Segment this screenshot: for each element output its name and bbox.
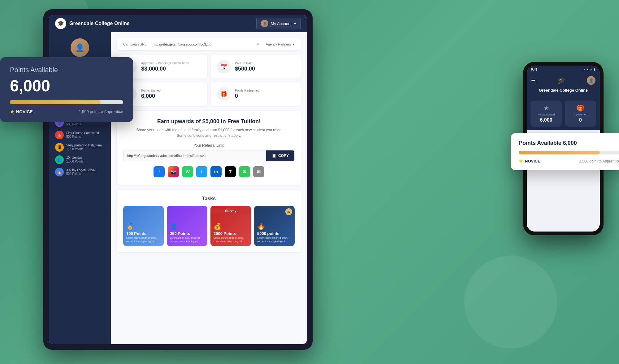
- task-2-points: 2000 Points: [214, 231, 248, 236]
- badge-referrals-points: 1,000 Points: [66, 159, 84, 163]
- task-0-points: 100 Points: [126, 231, 161, 236]
- points-earned-value: 6,000: [141, 93, 161, 99]
- campaign-bar: Campaign URL http://refer.getambassador.…: [117, 38, 301, 50]
- badge-streak-label: 30-Day Log-in Streak: [66, 168, 96, 172]
- phone-status-icons: ▲▲ ≋ ▮: [583, 68, 595, 71]
- task-card-3[interactable]: 30 🔥 5000 points Lorem ipsum dolor sit a…: [254, 206, 295, 246]
- badge-referrals-label: 10 referrals: [66, 156, 84, 159]
- task-1-desc: Lorem ipsum dolor sit amet, consectetur …: [170, 236, 204, 243]
- phone-school-name: Greendale College Online: [527, 88, 600, 97]
- agency-label: Agency Partners: [266, 42, 291, 46]
- popup-to-next: 1,500 point to Apprentice: [579, 159, 619, 163]
- badge-referrals: 👥 10 referrals1,000 Points: [49, 154, 111, 166]
- badge-referrals-icon: 👥: [55, 155, 64, 164]
- referral-input-row: 📋 COPY: [123, 150, 295, 161]
- badge-streak-icon: 🔥: [55, 168, 64, 176]
- agency-chevron-icon: ▾: [293, 42, 295, 46]
- whatsapp-button[interactable]: W: [182, 166, 193, 177]
- linkedin-button[interactable]: in: [210, 166, 222, 177]
- paid-value: $500.00: [235, 66, 255, 72]
- badge-streak-points: 500 Points: [66, 172, 96, 176]
- copy-label: COPY: [278, 154, 289, 158]
- popup-progress-fill: [519, 151, 600, 154]
- tasks-grid: 🏅 100 Points Lorem ipsum dolor sit amet,…: [123, 206, 295, 246]
- task-card-2[interactable]: Survey 💰 2000 Points Lorem ipsum dolor s…: [210, 206, 251, 246]
- signal-icon: ▲▲: [583, 68, 589, 71]
- commissions-label: Approved + Pending Commissions: [141, 62, 189, 65]
- phone-points-icon: ★: [543, 104, 549, 112]
- earn-section: Earn upwards of $5,000 in Free Tuition! …: [117, 111, 301, 185]
- phone-logo-area: 🎓: [557, 76, 565, 84]
- phone-points-label: Points Earned: [537, 113, 555, 116]
- star-icon: ★: [10, 109, 14, 115]
- stat-points-redeemed: 🎁 Points Redeemed 0: [211, 82, 301, 106]
- popup-novice-badge: ★ NOVICE: [519, 158, 540, 164]
- account-label: My Account: [271, 21, 292, 26]
- copy-icon: 📋: [272, 154, 276, 158]
- referral-url-input[interactable]: [123, 150, 266, 161]
- paid-label: Paid To Date: [235, 62, 255, 65]
- task-3-icon: 🔥: [257, 223, 292, 230]
- hamburger-icon[interactable]: ☰: [531, 78, 535, 84]
- app-name: Greendale College Online: [69, 21, 130, 26]
- points-redeemed-label: Points Redeemed: [235, 89, 260, 92]
- main-content: Campaign URL http://refer.getambassador.…: [111, 32, 307, 344]
- popup-progress-bar: [519, 151, 619, 154]
- badge-instagram-label: Story posted to Instagram: [66, 144, 102, 147]
- phone-time: 9:41: [531, 68, 537, 71]
- stat-paid: 📅 Paid To Date $500.00: [211, 55, 301, 79]
- points-to-next: 1,500 point to Apprentice: [79, 109, 123, 114]
- phone-stats-row: ★ Points Earned 6,000 🎁 Redeemed 0: [527, 97, 600, 130]
- task-2-desc: Lorem ipsum dolor sit amet, consectetur …: [214, 236, 248, 243]
- instagram-button[interactable]: 📷: [168, 166, 179, 177]
- campaign-url-label: Campaign URL: [123, 42, 146, 46]
- badge-instagram: 📱 Story posted to Instagram1,000 Points: [49, 141, 111, 154]
- tasks-section: Tasks 🏅 100 Points Lorem ipsum dolor sit…: [117, 190, 301, 252]
- task-3-desc: Lorem ipsum dolor sit amet, consectetur …: [257, 236, 292, 243]
- popup-title: Points Available 6,000: [519, 140, 619, 146]
- phone-redeemed-label: Redeemed: [574, 113, 587, 116]
- facebook-button[interactable]: f: [154, 166, 165, 177]
- campaign-url-value: http://refer.getambassador.com/6c3z.lg: [153, 42, 250, 46]
- badge-course-points: 500 Points: [66, 135, 99, 139]
- earn-desc: Share your code with friends and family …: [123, 127, 295, 138]
- copy-button[interactable]: 📋 COPY: [266, 150, 294, 161]
- badge-course-label: First Course Completed: [66, 131, 99, 135]
- task-card-1[interactable]: 👤 250 Points Lorem ipsum dolor sit amet,…: [167, 206, 207, 246]
- phone-avatar[interactable]: 👤: [587, 76, 595, 85]
- tablet-logo: 🎓 Greendale College Online: [55, 18, 130, 29]
- phone-stat-redeemed: 🎁 Redeemed 0: [565, 101, 596, 127]
- logo-icon: 🎓: [55, 18, 66, 29]
- email-button[interactable]: ✉: [253, 166, 264, 177]
- sidebar-avatar: 👤: [71, 38, 89, 57]
- popup-star-icon: ★: [519, 158, 523, 164]
- referral-label: Your Referral Link:: [123, 143, 295, 148]
- task-1-points: 250 Points: [170, 231, 204, 236]
- earn-title: Earn upwards of $5,000 in Free Tuition!: [123, 118, 295, 125]
- phone-points-popup: Points Available 6,000 ★ NOVICE 1,500 po…: [511, 133, 619, 170]
- points-available-card: Points Available 6,000 ★ NOVICE 1,500 po…: [0, 57, 133, 122]
- phone-status-bar: 9:41 ▲▲ ≋ ▮: [527, 66, 600, 73]
- phone-redeemed-icon: 🎁: [577, 104, 584, 112]
- agency-dropdown[interactable]: Agency Partners ▾: [266, 42, 295, 46]
- points-card-value: 6,000: [10, 76, 123, 95]
- twitter-button[interactable]: t: [196, 166, 207, 177]
- phone-logo-icon: 🎓: [557, 76, 565, 84]
- points-earned-label: Points Earned: [141, 89, 161, 92]
- edit-icon[interactable]: ✏: [257, 42, 260, 46]
- badge-streak: 🔥 30-Day Log-in Streak500 Points: [49, 166, 111, 178]
- task-card-0[interactable]: 🏅 100 Points Lorem ipsum dolor sit amet,…: [123, 206, 164, 246]
- paid-icon: 📅: [217, 60, 231, 74]
- social-icons-row: f 📷 W t in T ✉ ✉: [123, 166, 295, 177]
- phone-points-value: 6,000: [540, 117, 552, 123]
- phone-redeemed-value: 0: [579, 117, 582, 123]
- account-avatar: 👤: [261, 20, 268, 27]
- badge-instagram-points: 1,000 Points: [66, 147, 102, 151]
- tiktok-button[interactable]: T: [225, 166, 236, 177]
- points-progress-bar: [10, 100, 123, 104]
- account-button[interactable]: 👤 My Account ▾: [256, 18, 301, 29]
- tablet-header: 🎓 Greendale College Online 👤 My Account …: [49, 15, 307, 32]
- message-button[interactable]: ✉: [239, 166, 250, 177]
- stats-row: ⏱ Approved + Pending Commissions $3,000.…: [117, 55, 301, 106]
- task-0-desc: Lorem ipsum dolor sit amet, consectetur …: [126, 236, 161, 243]
